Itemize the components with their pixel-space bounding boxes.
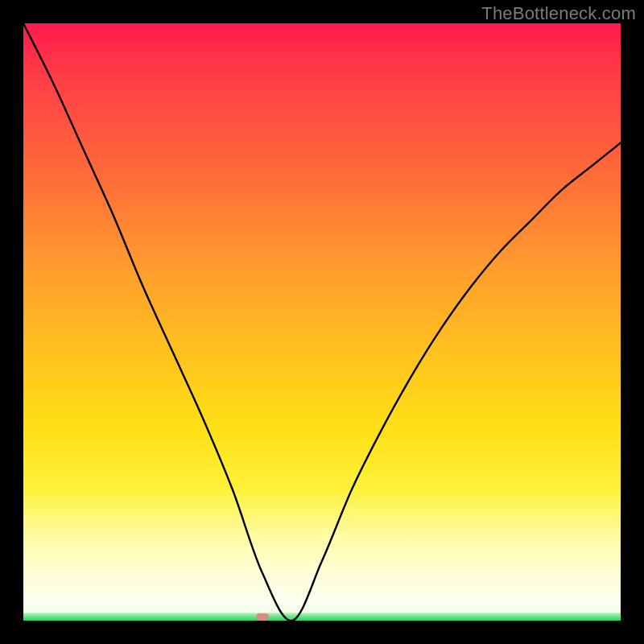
- outer-frame: TheBottleneck.com: [0, 0, 644, 644]
- bottleneck-curve: [23, 23, 621, 621]
- minimum-marker: [256, 613, 269, 621]
- plot-area: [23, 23, 621, 621]
- watermark-text: TheBottleneck.com: [481, 3, 636, 24]
